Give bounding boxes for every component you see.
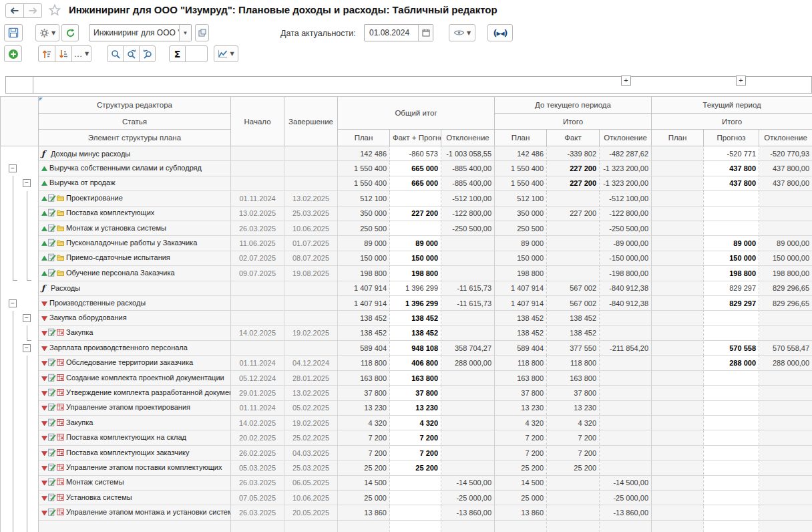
cell-deviation-total[interactable] — [441, 520, 495, 532]
cell-start-date[interactable]: 26.03.2025 — [231, 221, 284, 235]
cell-start-date[interactable]: 20.02.2025 — [231, 430, 284, 445]
cell-deviation-current[interactable]: -520 770,93 — [759, 146, 812, 161]
row-label-cell[interactable]: ƒРасходы — [39, 281, 231, 295]
cell-forecast-current[interactable] — [704, 206, 759, 221]
group-collapse-button[interactable]: − — [23, 314, 31, 322]
cell-deviation-before[interactable] — [600, 325, 652, 340]
cell-plan-total[interactable]: 7 200 — [338, 445, 390, 460]
cell-deviation-total[interactable]: -14 500,00 — [441, 475, 495, 490]
cell-deviation-total[interactable]: -512 100,00 — [441, 191, 495, 206]
cell-forecast-current[interactable] — [704, 490, 759, 505]
cell-deviation-current[interactable] — [759, 370, 812, 385]
settings-menu-button[interactable]: ▼ — [35, 24, 59, 41]
sum-input[interactable] — [185, 45, 208, 62]
cell-forecast-current[interactable]: 829 297 — [704, 295, 759, 310]
cell-deviation-total[interactable] — [441, 400, 495, 415]
cell-end-date[interactable] — [284, 341, 338, 356]
cell-fact-forecast[interactable]: 37 800 — [390, 386, 441, 400]
cell-forecast-current[interactable] — [704, 475, 759, 490]
cell-end-date[interactable]: 25.03.2025 — [284, 206, 338, 221]
cell-forecast-current[interactable]: 198 800 — [704, 266, 759, 281]
cell-deviation-current[interactable] — [759, 325, 812, 340]
cell-plan-total[interactable]: 118 800 — [338, 356, 390, 370]
cell-deviation-total[interactable] — [441, 370, 495, 385]
cell-deviation-total[interactable]: 358 704,27 — [441, 341, 495, 356]
cell-deviation-before[interactable]: -150 000,00 — [600, 251, 652, 265]
cell-end-date[interactable]: 08.07.2025 — [284, 251, 338, 265]
cell-forecast-current[interactable] — [704, 400, 759, 415]
cell-deviation-total[interactable]: -1 003 058,55 — [441, 146, 495, 161]
cell-start-date[interactable]: 29.01.2025 — [231, 386, 284, 400]
cell-end-date[interactable]: 25.02.2025 — [284, 430, 338, 445]
group-collapse-button[interactable]: − — [23, 179, 31, 187]
cell-forecast-current[interactable]: 288 000 — [704, 356, 759, 370]
cell-plan-current[interactable] — [652, 430, 704, 445]
cell-end-date[interactable]: 04.03.2025 — [284, 445, 338, 460]
cell-deviation-before[interactable]: -482 287,62 — [600, 146, 652, 161]
cell-fact-before[interactable] — [547, 505, 600, 520]
cell-forecast-current[interactable] — [704, 191, 759, 206]
cell-plan-total[interactable]: 1 407 914 — [338, 281, 390, 295]
cell-plan-current[interactable] — [652, 400, 704, 415]
cell-deviation-before[interactable] — [600, 460, 652, 475]
cell-deviation-before[interactable] — [600, 370, 652, 385]
cell-plan-total[interactable]: 138 452 — [338, 325, 390, 340]
cell-fact-forecast[interactable]: 163 800 — [390, 370, 441, 385]
cell-start-date[interactable]: 05.12.2024 — [231, 370, 284, 385]
cell-forecast-current[interactable] — [704, 370, 759, 385]
cell-deviation-current[interactable] — [759, 430, 812, 445]
column-group-expander[interactable]: + — [621, 76, 631, 86]
cell-start-date[interactable] — [231, 161, 284, 176]
cell-plan-current[interactable] — [652, 386, 704, 400]
cell-deviation-current[interactable] — [759, 490, 812, 505]
cell-plan-total[interactable]: 25 200 — [338, 460, 390, 475]
cell-plan-current[interactable] — [652, 416, 704, 430]
cell-deviation-before[interactable] — [600, 430, 652, 445]
cell-deviation-current[interactable] — [759, 221, 812, 235]
cell-fact-before[interactable]: -339 802 — [547, 146, 600, 161]
cell-deviation-total[interactable] — [441, 430, 495, 445]
row-label-cell[interactable]: Выручка от продаж — [39, 176, 231, 190]
cell-deviation-current[interactable] — [759, 475, 812, 490]
cell-deviation-total[interactable] — [441, 416, 495, 430]
cell-deviation-total[interactable]: -885 400,00 — [441, 176, 495, 190]
save-button[interactable] — [4, 24, 23, 41]
row-label-cell[interactable]: Утверждение комплекта разработанной доку… — [39, 386, 231, 400]
cell-deviation-current[interactable] — [759, 416, 812, 430]
cell-plan-before[interactable]: 163 800 — [495, 370, 547, 385]
row-label-cell[interactable]: Управление этапом проектирования — [39, 400, 231, 415]
cell-deviation-current[interactable] — [759, 386, 812, 400]
cell-deviation-before[interactable]: -840 912,38 — [600, 281, 652, 295]
cell-plan-total[interactable]: 13 860 — [338, 505, 390, 520]
row-label-cell[interactable]: Закупка — [39, 416, 231, 430]
cell-deviation-current[interactable]: 150 000,00 — [759, 251, 812, 265]
cell-plan-before[interactable]: 1 407 914 — [495, 281, 547, 295]
cell-plan-current[interactable] — [652, 236, 704, 251]
cell-fact-before[interactable]: 163 800 — [547, 370, 600, 385]
cell-plan-before[interactable]: 350 000 — [495, 206, 547, 221]
cell-plan-total[interactable]: 1 407 914 — [338, 295, 390, 310]
cell-start-date[interactable]: 07.05.2025 — [231, 490, 284, 505]
cell-deviation-total[interactable] — [441, 386, 495, 400]
cell-plan-total[interactable]: 14 500 — [338, 475, 390, 490]
cell-fact-forecast[interactable]: 4 320 — [390, 416, 441, 430]
cell-deviation-before[interactable]: -1 323 200,00 — [600, 161, 652, 176]
cell-fact-before[interactable]: 227 200 — [547, 206, 600, 221]
cell-start-date[interactable] — [231, 176, 284, 190]
cell-forecast-current[interactable] — [704, 416, 759, 430]
cell-forecast-current[interactable] — [704, 520, 759, 532]
cell-start-date[interactable] — [231, 295, 284, 310]
cell-fact-forecast[interactable]: 406 800 — [390, 356, 441, 370]
cell-end-date[interactable]: 01.07.2025 — [284, 236, 338, 251]
cell-fact-before[interactable]: 7 200 — [547, 430, 600, 445]
row-label-cell[interactable]: Проектирование — [39, 191, 231, 206]
cell-fact-forecast[interactable]: 665 000 — [390, 176, 441, 190]
cell-start-date[interactable]: 26.03.2025 — [231, 475, 284, 490]
cell-deviation-total[interactable]: -11 615,73 — [441, 295, 495, 310]
cell-end-date[interactable] — [284, 295, 338, 310]
cell-fact-forecast[interactable] — [390, 475, 441, 490]
row-label-cell[interactable]: Выручка собственными силами и субподряд — [39, 161, 231, 176]
cell-deviation-current[interactable]: 829 296,65 — [759, 281, 812, 295]
cell-end-date[interactable]: 19.02.2025 — [284, 325, 338, 340]
cell-fact-forecast[interactable]: 150 000 — [390, 251, 441, 265]
